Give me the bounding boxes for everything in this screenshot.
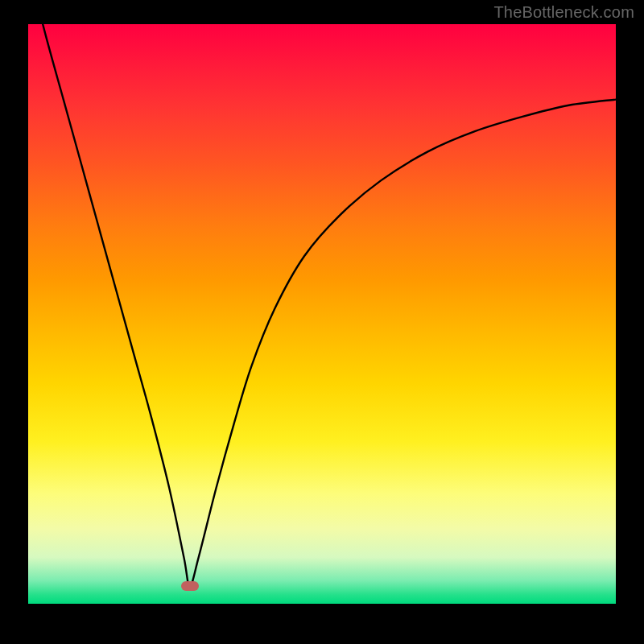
plot-area (28, 24, 616, 604)
curve-svg (28, 24, 616, 604)
bottleneck-curve (28, 24, 616, 586)
watermark-text: TheBottleneck.com (493, 3, 634, 22)
minimum-marker (181, 581, 199, 591)
